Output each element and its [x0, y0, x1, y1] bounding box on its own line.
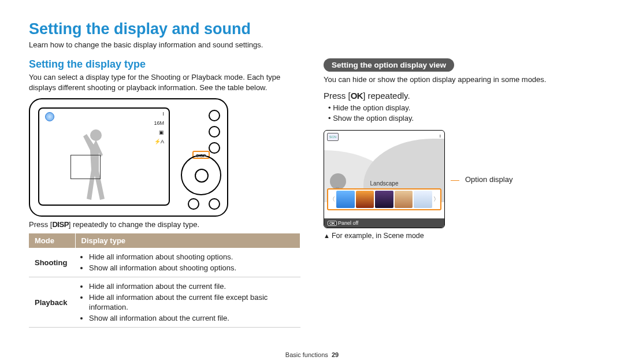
camera-top-buttons [209, 110, 220, 154]
camera-bottom-buttons [188, 198, 220, 210]
table-item: Hide all information about the current f… [89, 292, 295, 313]
page-title: Setting the display and sound [29, 20, 595, 38]
option-display-row: 〈 〉 [327, 188, 441, 210]
focus-box [70, 155, 101, 179]
row-right-arrow-icon: 〉 [433, 191, 439, 208]
camera-status-icons: I16M▣⚡A [154, 111, 164, 144]
display-type-table: Mode Display type Shooting Hide all info… [29, 233, 300, 328]
table-row: Shooting Hide all information about shoo… [29, 248, 300, 277]
disp-glyph: DISP [52, 220, 68, 229]
footer-section: Basic functions [285, 351, 328, 358]
table-row: Playback Hide all information about the … [29, 277, 300, 328]
right-column: Setting the option display view You can … [324, 58, 595, 328]
camera-illustration: I16M▣⚡A DISP [29, 98, 228, 217]
camera-dpad-center [195, 169, 209, 183]
footer-page-number: 29 [332, 351, 339, 358]
callout-arrow-icon: — [451, 174, 459, 184]
section-title-display-type: Setting the display type [29, 58, 300, 70]
camera-caption: Press [DISP] repeatedly to change the di… [29, 220, 300, 229]
camera-dpad [181, 155, 221, 195]
option-bullet: Hide the option display. [328, 103, 595, 114]
scene-thumb [356, 191, 374, 208]
table-item: Show all information about shooting opti… [89, 263, 295, 273]
left-column: Setting the display type You can select … [29, 58, 300, 328]
option-view-para: You can hide or show the option display … [324, 75, 595, 85]
camera-button-2 [209, 126, 220, 138]
table-head-mode: Mode [29, 233, 75, 248]
ok-glyph: OK [351, 91, 363, 101]
scene-thumb [336, 191, 355, 208]
scene-illustration: SCN I 16M ◉ Landscape 〈 [324, 130, 445, 228]
globe-icon [45, 112, 54, 121]
scn-mode-icon: SCN [327, 133, 339, 141]
option-view-pill: Setting the option display view [324, 58, 454, 72]
table-item: Hide all information about the current f… [89, 281, 295, 292]
example-note: For example, in Scene mode [324, 232, 595, 240]
scene-row-label: Landscape [324, 180, 444, 187]
press-ok-step: Press [OK] repeatedly. [324, 91, 595, 101]
table-mode-shooting: Shooting [29, 248, 75, 277]
panel-off-bar: OK Panel off [324, 218, 444, 228]
camera-screen: I16M▣⚡A [38, 107, 170, 206]
option-bullet: Show the option display. [328, 113, 595, 124]
table-head-type: Display type [75, 233, 300, 248]
display-type-para: You can select a display type for the Sh… [29, 72, 300, 92]
table-item: Hide all information about shooting opti… [89, 252, 295, 262]
camera-button-4 [188, 198, 199, 210]
camera-button-3 [209, 142, 220, 154]
camera-button-5 [209, 198, 220, 210]
ok-key-icon: OK [328, 221, 337, 226]
table-item: Show all information about the current f… [89, 313, 295, 324]
scene-thumb [395, 191, 413, 208]
row-left-arrow-icon: 〈 [329, 191, 335, 208]
camera-button-1 [209, 110, 220, 121]
scene-thumb [375, 191, 393, 208]
intro-text: Learn how to change the basic display in… [29, 40, 595, 49]
page-footer: Basic functions 29 [0, 351, 624, 358]
svg-point-0 [90, 129, 102, 141]
option-bullets: Hide the option display. Show the option… [328, 103, 595, 125]
table-mode-playback: Playback [29, 277, 75, 328]
option-display-callout: Option display [465, 175, 512, 184]
scene-thumb [414, 191, 432, 208]
